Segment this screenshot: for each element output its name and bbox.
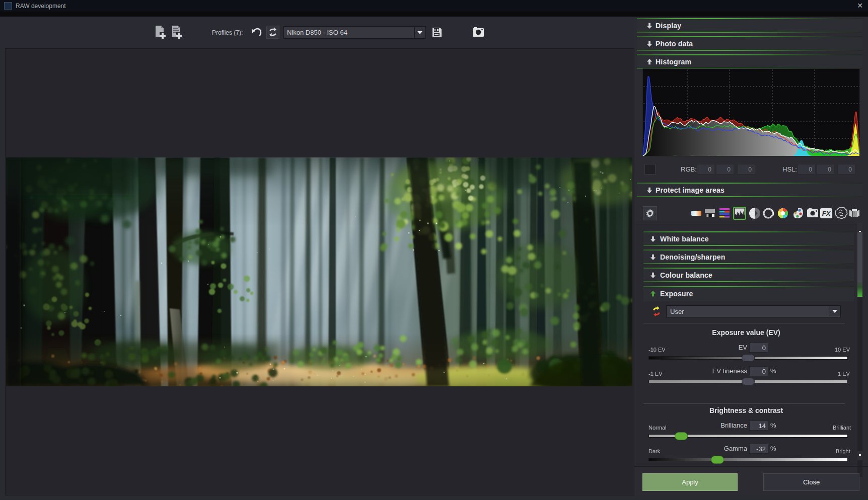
svg-text:FX: FX — [822, 210, 831, 217]
